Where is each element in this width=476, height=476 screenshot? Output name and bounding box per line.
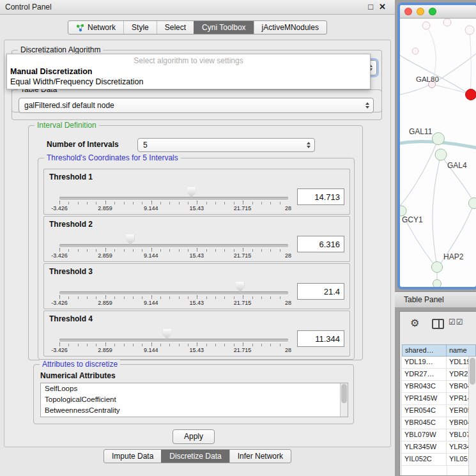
dropdown-placeholder[interactable]: Select algorithm to view settings	[7, 54, 370, 66]
table-data-combobox[interactable]: galFiltered.sif default node	[19, 98, 374, 113]
tab-label: Impute Data	[112, 452, 153, 461]
slider-scale-label: 9.144	[144, 205, 158, 211]
dropdown-option-manual-discretization[interactable]: Manual Discretization	[7, 66, 370, 77]
column-header-shared-name[interactable]: shared…	[402, 344, 447, 357]
select-columns-checkboxes-icon[interactable]: ☑☑	[449, 318, 464, 326]
tab-label: jActiveMNodules	[262, 23, 319, 32]
cell[interactable]: YBL079W	[402, 429, 447, 441]
cell[interactable]: YPR145W	[402, 393, 447, 404]
number-of-intervals-combobox[interactable]: 5	[137, 138, 315, 152]
tab-style[interactable]: Style	[123, 21, 157, 34]
network-node[interactable]	[443, 19, 451, 26]
tab-discretize-data[interactable]: Discretize Data	[161, 450, 229, 463]
list-item[interactable]: SelfLoops	[41, 383, 348, 394]
table-row[interactable]: YBR045CYBR04	[402, 417, 476, 429]
tab-impute-data[interactable]: Impute Data	[104, 450, 161, 463]
column-header-name[interactable]: name	[447, 344, 476, 357]
network-node-gal4[interactable]	[435, 149, 447, 160]
slider-scale-label: -3.426	[51, 347, 68, 353]
table-row[interactable]: YBR043CYBR04	[402, 381, 476, 393]
network-window-titlebar	[400, 5, 476, 19]
control-panel-tabbar: Network Style Select Cyni Toolbox jActiv…	[0, 20, 395, 35]
close-icon[interactable]: ✕	[379, 2, 386, 12]
float-window-icon[interactable]: □	[368, 2, 373, 12]
tab-infer-network[interactable]: Infer Network	[229, 450, 291, 463]
threshold-3-block: Threshold 3 -3.4262.8599.14415.4321.7152…	[43, 263, 350, 309]
tab-cyni-toolbox[interactable]: Cyni Toolbox	[194, 21, 253, 34]
network-node[interactable]	[465, 26, 474, 35]
control-panel-title: Control Panel	[5, 3, 52, 12]
table-row[interactable]: YPR145WYPR14	[402, 393, 476, 405]
table-row[interactable]: YDL19…YDL19	[402, 357, 476, 369]
network-graph: GAL80 GAL11 GAL4 GCY1 HAP2	[400, 19, 476, 289]
table-panel-title: Table Panel	[395, 292, 476, 307]
scrollbar-thumb[interactable]	[470, 358, 475, 385]
network-node-gal11[interactable]	[433, 133, 445, 145]
table-row[interactable]: YDR27…YDR27	[402, 369, 476, 381]
list-item[interactable]: BetweennessCentrality	[41, 405, 348, 416]
cell[interactable]: YDR27…	[402, 369, 447, 380]
table-row[interactable]: YER054CYER05	[402, 405, 476, 417]
slider-scale-label: 15.43	[190, 300, 204, 306]
threshold-value-input[interactable]: 21.4	[297, 283, 344, 300]
network-node-gcy1[interactable]	[400, 206, 406, 216]
table-row[interactable]: YIL052CYIL05	[402, 454, 476, 466]
apply-button[interactable]: Apply	[173, 429, 215, 444]
zoom-button[interactable]	[429, 8, 436, 15]
slider-scale-label: 9.144	[144, 347, 158, 353]
table-panel-header: Table Panel	[395, 291, 476, 308]
tab-label: Cyni Toolbox	[202, 23, 245, 32]
slider-scale-label: 15.43	[190, 252, 204, 259]
bottom-tabbar: Impute Data Discretize Data Infer Networ…	[0, 449, 395, 463]
columns-icon[interactable]	[432, 319, 444, 329]
table-row[interactable]: YBL079WYBL07	[402, 429, 476, 441]
tab-select[interactable]: Select	[157, 21, 194, 34]
network-node-selected-red[interactable]	[466, 89, 476, 100]
dropdown-option-equal-width[interactable]: Equal Width/Frequency Discretization	[7, 77, 370, 87]
list-item[interactable]: TopologicalCoefficient	[41, 394, 348, 405]
algorithm-dropdown-popup: Select algorithm to view settings Manual…	[6, 54, 371, 89]
table-scrollbar[interactable]	[468, 357, 476, 475]
threshold-value-input[interactable]: 14.713	[297, 188, 344, 205]
slider-scale-label: 28	[285, 300, 291, 306]
slider-scale-label: -3.426	[51, 300, 68, 306]
network-view-window[interactable]: GAL80 GAL11 GAL4 GCY1 HAP2	[397, 3, 476, 289]
slider-scale-label: 21.715	[234, 205, 252, 211]
table-data-group: Table Data galFiltered.sif default node	[12, 89, 382, 120]
tab-jactivemnodules[interactable]: jActiveMNodules	[254, 21, 326, 34]
table-row[interactable]: YLR345WYLR34	[402, 441, 476, 454]
minimize-button[interactable]	[417, 8, 424, 15]
combo-arrows-icon	[365, 102, 369, 109]
combobox-value: 5	[138, 141, 148, 150]
cell[interactable]: YDL19…	[402, 357, 447, 368]
network-node-hap2[interactable]	[432, 262, 443, 273]
thresholds-coordinates-group: Threshold's Coordinates for 5 Intervals …	[38, 158, 355, 360]
list-scrollbar[interactable]	[340, 383, 348, 417]
cell[interactable]: YIL052C	[402, 454, 447, 465]
top-tab-segment: Network Style Select Cyni Toolbox jActiv…	[68, 20, 327, 35]
close-button[interactable]	[404, 8, 412, 15]
slider-scale-label: 28	[285, 252, 291, 259]
slider-scale-label: 2.859	[98, 300, 112, 306]
numerical-attributes-list[interactable]: SelfLoops TopologicalCoefficient Between…	[40, 383, 348, 417]
network-node[interactable]	[469, 198, 476, 209]
tab-network[interactable]: Network	[68, 21, 123, 34]
group-title: Discretization Algorithm	[18, 45, 103, 54]
network-canvas[interactable]: GAL80 GAL11 GAL4 GCY1 HAP2	[400, 19, 476, 287]
network-node[interactable]	[433, 280, 441, 288]
threshold-2-block: Threshold 2 -3.4262.8599.14415.4321.7152…	[43, 216, 350, 262]
slider-scale-label: 9.144	[144, 252, 158, 259]
combobox-value: galFiltered.sif default node	[19, 101, 114, 110]
threshold-value-input[interactable]: 6.316	[297, 236, 344, 252]
scrollbar-thumb[interactable]	[341, 384, 347, 403]
network-node[interactable]	[422, 22, 430, 29]
cell[interactable]: YBR045C	[402, 417, 447, 429]
cell[interactable]: YBR043C	[402, 381, 447, 392]
cell[interactable]: YLR345W	[402, 441, 447, 453]
cell[interactable]: YER054C	[402, 405, 447, 417]
network-node[interactable]	[412, 48, 418, 54]
threshold-value-input[interactable]: 11.344	[297, 330, 344, 347]
node-label-gcy1: GCY1	[402, 215, 423, 224]
gear-icon[interactable]: ⚙	[410, 317, 419, 329]
slider-scale-label: -3.426	[51, 252, 68, 259]
